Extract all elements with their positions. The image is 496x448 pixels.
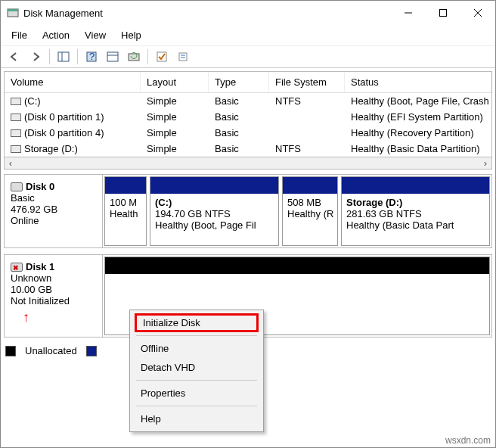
legend-unallocated-label: Unallocated: [25, 345, 77, 356]
partition[interactable]: Storage (D:) 281.63 GB NTFS Healthy (Bas…: [341, 176, 490, 246]
context-offline[interactable]: Offline: [130, 339, 263, 358]
volume-icon: [11, 98, 21, 105]
volume-row[interactable]: (Disk 0 partition 1) Simple Basic Health…: [5, 109, 491, 125]
scroll-left-icon[interactable]: ‹: [5, 158, 17, 169]
toolbar: ?: [1, 45, 495, 68]
context-initialize-disk[interactable]: Initialize Disk: [135, 313, 259, 332]
context-help[interactable]: Help: [130, 409, 263, 428]
svg-rect-12: [129, 54, 139, 61]
menu-view[interactable]: View: [79, 26, 112, 44]
partition[interactable]: 508 MB Healthy (R: [282, 176, 338, 246]
refresh-button[interactable]: [125, 48, 143, 66]
volume-row[interactable]: (Disk 0 partition 4) Simple Basic Health…: [5, 125, 491, 141]
svg-rect-14: [179, 53, 187, 61]
volume-icon: [11, 145, 21, 153]
col-layout[interactable]: Layout: [141, 72, 209, 92]
volume-icon: [11, 129, 21, 137]
show-hide-console-button[interactable]: [54, 48, 73, 66]
toolbar-button-a[interactable]: [104, 48, 122, 66]
window-title: Disk Management: [23, 8, 391, 19]
app-icon: [7, 7, 19, 19]
nav-back-button[interactable]: [5, 48, 23, 66]
nav-forward-button[interactable]: [26, 48, 45, 66]
volume-scrollbar[interactable]: ‹ ›: [4, 157, 492, 170]
col-filesystem[interactable]: File System: [269, 72, 345, 92]
disk-error-icon: [11, 263, 23, 272]
menu-bar: File Action View Help: [1, 25, 495, 45]
menu-action[interactable]: Action: [36, 26, 76, 44]
col-type[interactable]: Type: [209, 72, 269, 92]
partition[interactable]: (C:) 194.70 GB NTFS Healthy (Boot, Page …: [150, 176, 279, 246]
watermark: wsxdn.com: [445, 435, 491, 446]
col-volume[interactable]: Volume: [5, 72, 141, 92]
volume-list[interactable]: Volume Layout Type File System Status (C…: [4, 71, 492, 157]
minimize-button[interactable]: [391, 2, 426, 24]
context-detach-vhd[interactable]: Detach VHD: [130, 358, 263, 377]
help-button[interactable]: ?: [82, 48, 101, 66]
svg-rect-10: [107, 52, 118, 61]
scroll-right-icon[interactable]: ›: [479, 158, 491, 169]
toolbar-button-b[interactable]: [153, 48, 171, 66]
volume-row[interactable]: Storage (D:) Simple Basic NTFS Healthy (…: [5, 141, 491, 157]
context-menu: Initialize Disk Offline Detach VHD Prope…: [129, 310, 264, 432]
menu-help[interactable]: Help: [115, 26, 147, 44]
close-button[interactable]: [460, 2, 495, 24]
context-properties[interactable]: Properties: [130, 384, 263, 403]
menu-file[interactable]: File: [5, 26, 33, 44]
volume-icon: [11, 114, 21, 121]
svg-text:?: ?: [89, 51, 95, 62]
disk-info-panel[interactable]: Disk 1 Unknown 10.00 GB Not Initialized …: [5, 255, 103, 337]
legend-primary-swatch: [86, 346, 97, 356]
disk-row-0[interactable]: Disk 0 Basic 476.92 GB Online 100 M Heal…: [4, 174, 492, 248]
volume-row[interactable]: (C:) Simple Basic NTFS Healthy (Boot, Pa…: [5, 93, 491, 109]
disk-info-panel[interactable]: Disk 0 Basic 476.92 GB Online: [5, 175, 103, 247]
disk-icon: [11, 182, 23, 191]
svg-rect-3: [440, 10, 447, 17]
col-status[interactable]: Status: [345, 72, 491, 92]
partition[interactable]: 100 M Health: [104, 176, 147, 246]
toolbar-button-c[interactable]: [174, 48, 192, 66]
svg-rect-1: [8, 9, 18, 11]
annotation-arrow-icon: ↑: [23, 310, 108, 325]
volume-header-row: Volume Layout Type File System Status: [5, 72, 491, 93]
svg-rect-6: [58, 52, 69, 61]
maximize-button[interactable]: [426, 2, 460, 24]
legend-unallocated-swatch: [5, 346, 16, 356]
